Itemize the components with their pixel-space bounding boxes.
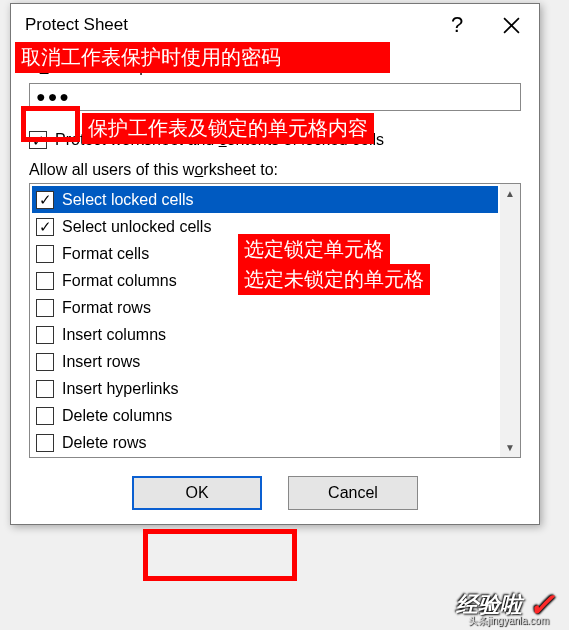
cancel-button[interactable]: Cancel (288, 476, 418, 510)
list-item-label: Format rows (62, 299, 151, 317)
list-item-label: Delete rows (62, 434, 146, 452)
list-item-label: Format columns (62, 272, 177, 290)
scroll-up-icon: ▲ (505, 188, 515, 199)
list-item[interactable]: Format rows (32, 294, 498, 321)
annotation-select-unlocked: 选定未锁定的单元格 (238, 264, 430, 295)
dialog-title: Protect Sheet (25, 15, 431, 35)
checkbox-icon (36, 245, 54, 263)
checkbox-icon (36, 434, 54, 452)
checkbox-icon (36, 218, 54, 236)
list-item-label: Insert columns (62, 326, 166, 344)
checkbox-icon (36, 380, 54, 398)
ok-button[interactable]: OK (132, 476, 262, 510)
highlight-ok-button (143, 529, 297, 581)
checkbox-icon (36, 299, 54, 317)
close-button[interactable] (483, 4, 539, 46)
list-item[interactable]: Delete columns (32, 402, 498, 429)
allow-users-label: Allow all users of this worksheet to: (29, 161, 521, 179)
watermark-sub: 头条jingyanla.com (468, 614, 549, 628)
list-item-label: Insert hyperlinks (62, 380, 179, 398)
annotation-protect: 保护工作表及锁定的单元格内容 (82, 113, 374, 144)
checkbox-icon (36, 272, 54, 290)
list-item[interactable]: Select locked cells (32, 186, 498, 213)
annotation-password: 取消工作表保护时使用的密码 (15, 42, 390, 73)
titlebar: Protect Sheet ? (11, 4, 539, 46)
checkbox-icon (36, 191, 54, 209)
list-item-label: Format cells (62, 245, 149, 263)
list-item[interactable]: Insert hyperlinks (32, 375, 498, 402)
button-row: OK Cancel (29, 476, 521, 510)
list-item[interactable]: Insert rows (32, 348, 498, 375)
list-item[interactable]: Delete rows (32, 429, 498, 456)
list-item-label: Select unlocked cells (62, 218, 211, 236)
help-button[interactable]: ? (431, 4, 483, 46)
close-icon (503, 17, 520, 34)
list-item[interactable]: Insert columns (32, 321, 498, 348)
list-item-label: Select locked cells (62, 191, 194, 209)
list-item-label: Delete columns (62, 407, 172, 425)
password-input[interactable] (29, 83, 521, 111)
checkbox-icon (36, 326, 54, 344)
list-item-label: Insert rows (62, 353, 140, 371)
checkbox-icon (36, 407, 54, 425)
permissions-listbox[interactable]: Select locked cellsSelect unlocked cells… (29, 183, 521, 458)
annotation-select-locked: 选定锁定单元格 (238, 234, 390, 265)
scrollbar[interactable]: ▲ ▼ (500, 184, 520, 457)
checkbox-icon (29, 131, 47, 149)
scroll-down-icon: ▼ (505, 442, 515, 453)
checkbox-icon (36, 353, 54, 371)
